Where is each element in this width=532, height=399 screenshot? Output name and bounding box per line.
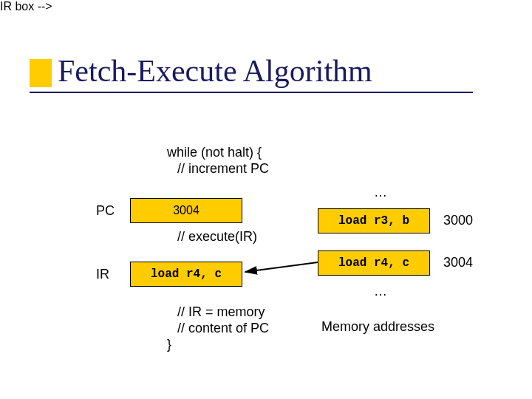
svg-line-0	[245, 262, 318, 272]
arrow-mem-to-ir	[0, 0, 532, 399]
